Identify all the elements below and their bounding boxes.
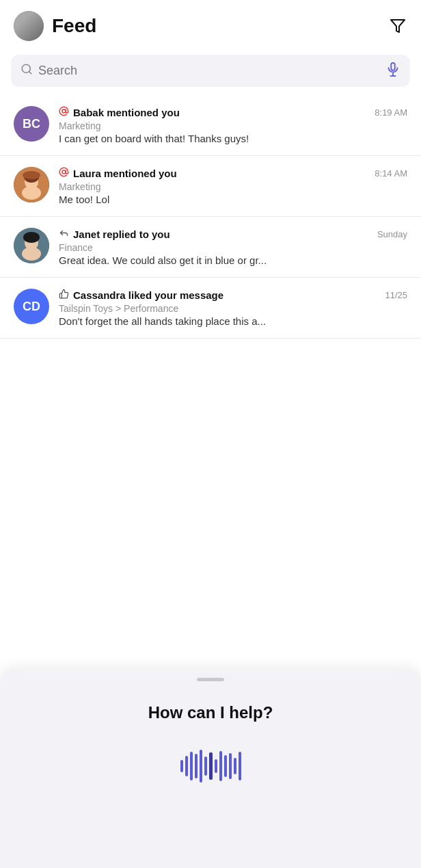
feed-content-cassandra: Cassandra liked your message 11/25 Tails… — [59, 289, 407, 327]
feed-timestamp: 8:19 AM — [375, 107, 407, 118]
feed-channel: Marketing — [59, 181, 407, 192]
header: Feed — [0, 0, 421, 49]
waveform-bar — [204, 757, 207, 776]
feed-channel: Finance — [59, 242, 407, 253]
drag-handle[interactable] — [197, 678, 224, 681]
feed-header-row: Laura mentioned you 8:14 AM — [59, 167, 407, 179]
avatar-laura — [14, 167, 49, 202]
assistant-title: How can I help? — [148, 703, 273, 722]
header-left: Feed — [14, 11, 96, 41]
search-input[interactable] — [38, 64, 380, 78]
feed-message: Great idea. We could also get it in blue… — [59, 254, 407, 266]
feed-timestamp: 11/25 — [385, 290, 407, 300]
svg-point-9 — [22, 186, 41, 200]
feed-item-cassandra[interactable]: CD Cassandra liked your message 11/25 Ta… — [0, 278, 421, 339]
search-icon — [21, 63, 33, 79]
waveform-bar — [209, 752, 213, 780]
waveform-bar — [234, 758, 236, 774]
like-icon — [59, 289, 69, 301]
feed-header-row: Janet replied to you Sunday — [59, 228, 407, 240]
user-avatar[interactable] — [14, 11, 44, 41]
feed-action: Laura mentioned you — [59, 167, 177, 179]
avatar-babak: BC — [14, 106, 49, 142]
waveform-bar — [219, 751, 222, 781]
feed-content-babak: Babak mentioned you 8:19 AM Marketing I … — [59, 106, 407, 144]
waveform-bar — [185, 756, 188, 776]
feed-timestamp: Sunday — [377, 229, 407, 239]
search-bar[interactable] — [11, 55, 410, 87]
svg-point-11 — [23, 171, 40, 179]
waveform-bar — [180, 760, 183, 772]
feed-action: Babak mentioned you — [59, 106, 180, 118]
waveform-bar — [239, 752, 241, 780]
feed-channel: Marketing — [59, 120, 407, 131]
reply-icon — [59, 228, 69, 240]
feed-list: BC Babak mentioned you 8:19 AM Marketing… — [0, 95, 421, 339]
avatar-image — [14, 11, 44, 41]
waveform-bar — [224, 755, 227, 777]
feed-item-laura[interactable]: Laura mentioned you 8:14 AM Marketing Me… — [0, 156, 421, 217]
feed-action-label: Babak mentioned you — [73, 107, 180, 118]
waveform-bar — [195, 754, 198, 778]
feed-action-label: Janet replied to you — [73, 228, 170, 240]
svg-marker-0 — [391, 20, 405, 32]
waveform-bar — [190, 752, 193, 780]
svg-point-16 — [23, 232, 40, 243]
mic-icon[interactable] — [385, 62, 400, 80]
avatar-janet — [14, 228, 49, 263]
feed-action: Janet replied to you — [59, 228, 170, 240]
mention-icon — [59, 106, 69, 118]
feed-action: Cassandra liked your message — [59, 289, 223, 301]
waveform-bar — [200, 750, 202, 782]
waveform — [180, 750, 241, 782]
svg-point-15 — [22, 247, 41, 261]
feed-action-label: Cassandra liked your message — [73, 289, 223, 301]
assistant-bottom-sheet: How can I help? — [0, 670, 421, 868]
feed-content-laura: Laura mentioned you 8:14 AM Marketing Me… — [59, 167, 407, 205]
feed-channel: Tailspin Toys > Performance — [59, 303, 407, 314]
page-title: Feed — [52, 15, 96, 37]
svg-rect-3 — [391, 63, 395, 70]
feed-header-row: Babak mentioned you 8:19 AM — [59, 106, 407, 118]
feed-item-babak[interactable]: BC Babak mentioned you 8:19 AM Marketing… — [0, 95, 421, 156]
avatar-cassandra: CD — [14, 289, 49, 324]
janet-avatar-svg — [14, 228, 49, 263]
feed-message: I can get on board with that! Thanks guy… — [59, 133, 407, 144]
feed-item-janet[interactable]: Janet replied to you Sunday Finance Grea… — [0, 217, 421, 278]
filter-icon[interactable] — [388, 16, 407, 36]
feed-message: Don't forget the all hands taking place … — [59, 315, 407, 327]
feed-message: Me too! Lol — [59, 194, 407, 205]
feed-action-label: Laura mentioned you — [73, 168, 177, 179]
svg-line-2 — [29, 71, 31, 73]
feed-header-row: Cassandra liked your message 11/25 — [59, 289, 407, 301]
waveform-bar — [229, 753, 232, 779]
waveform-bar — [215, 759, 217, 773]
mention-icon — [59, 167, 69, 179]
feed-content-janet: Janet replied to you Sunday Finance Grea… — [59, 228, 407, 266]
feed-timestamp: 8:14 AM — [375, 168, 407, 179]
laura-avatar-svg — [14, 167, 49, 202]
